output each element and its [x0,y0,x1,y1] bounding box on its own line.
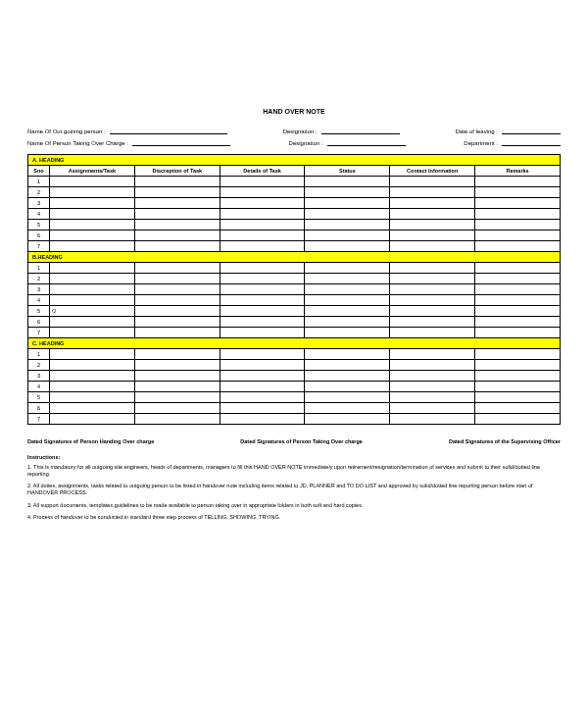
row-number: 3 [28,198,50,209]
designation-label-2: Designation : [289,140,323,146]
table-cell [390,328,475,338]
table-cell [50,328,135,338]
section-heading-cell: C. HEADING [28,338,561,349]
row-number: 7 [28,328,50,338]
table-cell [134,414,220,425]
table-cell [390,306,475,317]
outgoing-person-line [110,127,227,134]
table-row: 6 [28,403,561,414]
column-header: Assignments/Task [50,166,135,177]
table-cell [220,403,305,414]
row-number: 6 [28,230,50,241]
table-row: 4 [28,209,561,220]
header-fields: Name Of Out goining person : Designation… [27,127,561,146]
table-cell [305,274,390,284]
table-cell [390,230,475,241]
page-title: HAND OVER NOTE [27,108,561,115]
table-cell [390,187,475,198]
table-cell [220,295,305,306]
table-row: 3 [28,198,561,209]
row-number: 1 [28,263,50,274]
table-cell [134,371,220,382]
table-row: 5 [28,392,561,403]
table-cell [305,284,390,295]
table-cell [390,198,475,209]
column-header: Status [305,166,390,177]
row-number: 7 [28,414,50,425]
instruction-item: 2. All duties, assignments, tasks relate… [27,483,561,496]
table-cell [475,306,561,317]
taking-over-line [132,138,230,146]
table-row: 7 [28,241,561,252]
table-cell [475,382,561,392]
table-row: 5O [28,306,561,317]
table-cell [134,360,220,371]
table-row: 3 [28,371,561,382]
table-cell [50,187,135,198]
table-cell [390,177,475,187]
table-cell [134,328,220,338]
table-row: 7 [28,414,561,425]
section-heading-cell: A. HEADING [28,155,561,166]
table-cell [50,371,135,382]
table-cell [220,349,305,360]
table-cell [50,263,135,274]
row-number: 3 [28,284,50,295]
table-cell [305,360,390,371]
table-cell [50,209,135,220]
instruction-item: 4. Process of handover to be conducted i… [27,514,561,521]
table-row: 6 [28,230,561,241]
table-cell [50,230,135,241]
table-cell [220,414,305,425]
table-cell [220,187,305,198]
signature-taking-over: Dated Signatures of Person Taking Over c… [240,438,363,444]
table-cell [50,274,135,284]
table-cell [475,392,561,403]
table-cell [134,220,220,230]
table-cell [134,263,220,274]
taking-over-label: Name Of Person Taking Over Charge : [27,140,128,146]
section-heading-cell: B.HEADING [28,252,561,263]
table-cell [50,284,135,295]
outgoing-person-label: Name Of Out goining person : [27,128,106,134]
table-cell [220,177,305,187]
table-cell [305,198,390,209]
instruction-item: 3. All support documents, templates,guid… [27,502,561,509]
row-number: 2 [28,187,50,198]
table-cell [220,328,305,338]
table-cell [220,317,305,328]
department-label: Department : [464,140,498,146]
table-cell [50,414,135,425]
table-cell [305,177,390,187]
table-cell [220,306,305,317]
table-cell [475,284,561,295]
table-row: 3 [28,284,561,295]
table-row: 4 [28,295,561,306]
table-cell [220,209,305,220]
table-cell [220,230,305,241]
header-row-1: Name Of Out goining person : Designation… [27,127,561,134]
table-cell [475,241,561,252]
table-row: 7 [28,328,561,338]
table-cell [134,349,220,360]
table-cell [50,403,135,414]
table-cell [390,241,475,252]
document-page: HAND OVER NOTE Name Of Out goining perso… [0,0,588,545]
table-row: 2 [28,274,561,284]
table-cell [390,263,475,274]
table-cell [305,230,390,241]
table-cell [134,177,220,187]
table-cell [50,382,135,392]
table-cell [305,317,390,328]
column-header-row: SnoAssignments/TaskDiscreption of TaskDe… [28,166,561,177]
table-cell [305,349,390,360]
table-cell [220,371,305,382]
table-cell [134,230,220,241]
row-number: 5 [28,220,50,230]
table-cell [475,220,561,230]
table-cell [50,295,135,306]
table-cell [134,306,220,317]
table-cell [50,198,135,209]
table-row: 2 [28,187,561,198]
table-cell [50,392,135,403]
